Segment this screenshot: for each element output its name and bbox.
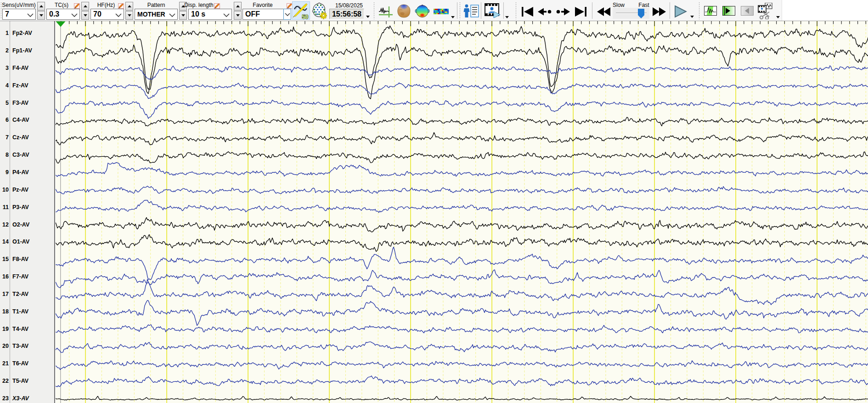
svg-text:50: 50 [302, 13, 309, 20]
